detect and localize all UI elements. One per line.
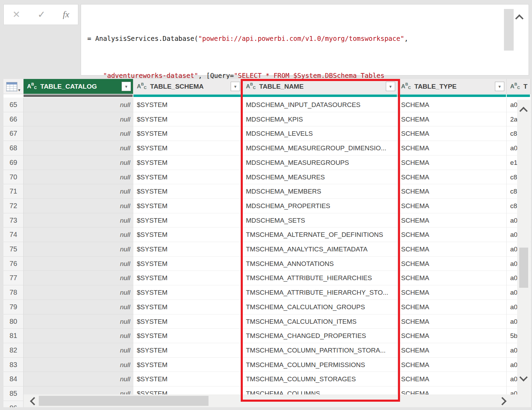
row-number[interactable]: 76 xyxy=(3,257,24,271)
cell-table-name[interactable]: TMSCHEMA_CALCULATION_ITEMS xyxy=(242,314,398,329)
cell-table-schema[interactable]: $SYSTEM xyxy=(133,271,242,285)
row-number[interactable]: 74 xyxy=(3,228,24,242)
cell-table-type[interactable]: SCHEMA xyxy=(398,329,507,343)
column-header-table-name[interactable]: ABC TABLE_NAME ▼ xyxy=(242,79,398,94)
cell-table-catalog[interactable]: null xyxy=(24,184,133,199)
cell-table-schema[interactable]: $SYSTEM xyxy=(133,141,242,155)
row-number[interactable]: 66 xyxy=(3,112,24,127)
row-number[interactable]: 72 xyxy=(3,199,24,213)
cell-table-name[interactable]: TMSCHEMA_ANALYTICS_AIMETADATA xyxy=(242,242,398,257)
row-number[interactable]: 86 xyxy=(3,401,24,407)
cell-table-type[interactable]: SCHEMA xyxy=(398,300,507,314)
cell-table-catalog[interactable]: null xyxy=(24,285,133,300)
row-number[interactable]: 78 xyxy=(3,285,24,300)
cell-table-name[interactable]: MDSCHEMA_SETS xyxy=(242,213,398,228)
cell-table-schema[interactable]: $SYSTEM xyxy=(133,126,242,141)
row-number[interactable]: 77 xyxy=(3,271,24,285)
row-number[interactable]: 83 xyxy=(3,358,24,372)
cell-table-type[interactable]: SCHEMA xyxy=(398,314,507,329)
cell-table-name[interactable]: TMSCHEMA_COLUMN_PERMISSIONS xyxy=(242,358,398,372)
formula-scrollbar-thumb[interactable] xyxy=(504,9,514,51)
cell-table-catalog[interactable]: null xyxy=(24,329,133,343)
cell-table-name[interactable]: TMSCHEMA_CALCULATION_GROUPS xyxy=(242,300,398,314)
row-number[interactable]: 84 xyxy=(3,372,24,386)
cancel-icon[interactable]: ✕ xyxy=(12,10,20,19)
cell-table-name[interactable]: TMSCHEMA_ATTRIBUTE_HIERARCHY_STO... xyxy=(242,285,398,300)
cell-table-name[interactable]: MDSCHEMA_MEASUREGROUPS xyxy=(242,155,398,170)
cell-table-catalog[interactable]: null xyxy=(24,112,133,127)
row-number[interactable]: 85 xyxy=(3,386,24,401)
cell-table-schema[interactable]: $SYSTEM xyxy=(133,112,242,127)
cell-table-type[interactable]: SCHEMA xyxy=(398,343,507,358)
row-number[interactable]: 75 xyxy=(3,242,24,257)
cell-table-type[interactable]: SCHEMA xyxy=(398,199,507,213)
cell-table-schema[interactable]: $SYSTEM xyxy=(133,285,242,300)
row-number[interactable]: 82 xyxy=(3,343,24,358)
horizontal-scrollbar-thumb[interactable] xyxy=(39,396,209,406)
cell-table-name[interactable]: MDSCHEMA_MEMBERS xyxy=(242,184,398,199)
cell-table-schema[interactable]: $SYSTEM xyxy=(133,155,242,170)
cell-table-type[interactable]: SCHEMA xyxy=(398,358,507,372)
filter-button[interactable]: ▼ xyxy=(386,82,395,91)
row-number[interactable]: 71 xyxy=(3,184,24,199)
cell-table-type[interactable]: SCHEMA xyxy=(398,213,507,228)
cell-table-catalog[interactable]: null xyxy=(24,257,133,271)
cell-table-name[interactable]: MDSCHEMA_MEASURES xyxy=(242,170,398,185)
cell-table-catalog[interactable]: null xyxy=(24,228,133,242)
scroll-right-icon[interactable] xyxy=(498,397,506,405)
cell-table-catalog[interactable]: null xyxy=(24,213,133,228)
confirm-icon[interactable]: ✓ xyxy=(38,10,46,19)
cell-table-type[interactable]: SCHEMA xyxy=(398,271,507,285)
cell-table-type[interactable]: SCHEMA xyxy=(398,170,507,185)
cell-table-type[interactable]: SCHEMA xyxy=(398,242,507,257)
cell-table-catalog[interactable]: null xyxy=(24,199,133,213)
cell-table-name[interactable]: MDSCHEMA_LEVELS xyxy=(242,126,398,141)
cell-table-type[interactable]: SCHEMA xyxy=(398,98,507,112)
row-number[interactable]: 80 xyxy=(3,314,24,329)
cell-table-schema[interactable]: $SYSTEM xyxy=(133,343,242,358)
scroll-left-icon[interactable] xyxy=(30,397,38,405)
cell-table-type[interactable]: SCHEMA xyxy=(398,285,507,300)
cell-table-catalog[interactable]: null xyxy=(24,314,133,329)
column-header-table-schema[interactable]: ABC TABLE_SCHEMA ▼ xyxy=(133,79,242,94)
cell-table-catalog[interactable]: null xyxy=(24,242,133,257)
cell-table-name[interactable]: TMSCHEMA_COLUMN_PARTITION_STORA... xyxy=(242,343,398,358)
row-number[interactable]: 73 xyxy=(3,213,24,228)
row-number[interactable]: 70 xyxy=(3,170,24,185)
cell-table-schema[interactable]: $SYSTEM xyxy=(133,98,242,112)
row-number[interactable]: 67 xyxy=(3,126,24,141)
cell-table-type[interactable]: SCHEMA xyxy=(398,112,507,127)
cell-table-schema[interactable]: $SYSTEM xyxy=(133,242,242,257)
cell-table-schema[interactable]: $SYSTEM xyxy=(133,228,242,242)
row-number[interactable]: 65 xyxy=(3,98,24,112)
cell-table-schema[interactable]: $SYSTEM xyxy=(133,257,242,271)
cell-table-schema[interactable]: $SYSTEM xyxy=(133,199,242,213)
table-menu-button[interactable]: ▾ xyxy=(3,79,24,94)
cell-table-catalog[interactable]: null xyxy=(24,126,133,141)
cell-table-type[interactable]: SCHEMA xyxy=(398,257,507,271)
fx-icon[interactable]: fx xyxy=(63,10,69,19)
column-header-partial[interactable]: ABC T xyxy=(507,79,531,94)
filter-button[interactable]: ▼ xyxy=(495,82,504,91)
cell-table-catalog[interactable]: null xyxy=(24,141,133,155)
cell-table-name[interactable]: TMSCHEMA_ALTERNATE_OF_DEFINITIONS xyxy=(242,228,398,242)
filter-button[interactable]: ▼ xyxy=(122,82,131,91)
cell-table-type[interactable]: SCHEMA xyxy=(398,126,507,141)
cell-table-name[interactable]: MDSCHEMA_INPUT_DATASOURCES xyxy=(242,98,398,112)
cell-table-schema[interactable]: $SYSTEM xyxy=(133,358,242,372)
cell-table-type[interactable]: SCHEMA xyxy=(398,184,507,199)
formula-input[interactable]: = AnalysisServices.Database("powerbi://a… xyxy=(81,4,529,75)
cell-table-name[interactable]: MDSCHEMA_PROPERTIES xyxy=(242,199,398,213)
cell-table-name[interactable]: MDSCHEMA_MEASUREGROUP_DIMENSIO... xyxy=(242,141,398,155)
cell-table-catalog[interactable]: null xyxy=(24,372,133,386)
cell-table-name[interactable]: TMSCHEMA_ANNOTATIONS xyxy=(242,257,398,271)
cell-table-schema[interactable]: $SYSTEM xyxy=(133,314,242,329)
filter-button[interactable]: ▼ xyxy=(231,82,240,91)
scroll-up-icon[interactable] xyxy=(519,107,527,115)
cell-table-catalog[interactable]: null xyxy=(24,155,133,170)
chevron-up-icon[interactable] xyxy=(515,14,523,23)
cell-table-type[interactable]: SCHEMA xyxy=(398,155,507,170)
cell-table-type[interactable]: SCHEMA xyxy=(398,228,507,242)
cell-table-schema[interactable]: $SYSTEM xyxy=(133,170,242,185)
cell-table-schema[interactable]: $SYSTEM xyxy=(133,372,242,386)
